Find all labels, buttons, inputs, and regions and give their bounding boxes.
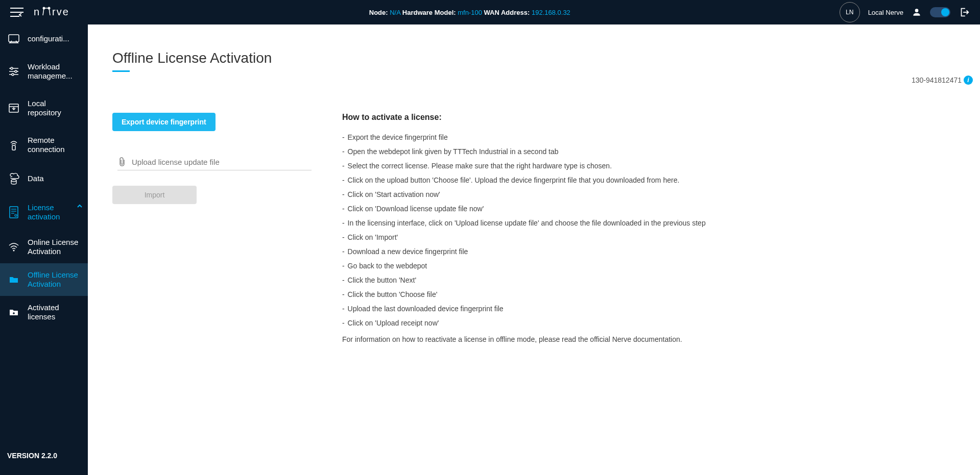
sidebar-item-label: License activation (28, 203, 81, 221)
instruction-step: Open the webdepot link given by TTTech I… (342, 144, 960, 159)
remote-icon (7, 139, 20, 151)
svg-point-16 (15, 70, 17, 72)
header-node-info: Node: N/A Hardware Model: mfn-100 WAN Ad… (100, 9, 840, 16)
user-icon[interactable] (912, 7, 922, 17)
sidebar-item-configuration[interactable]: configurati... (0, 24, 88, 53)
menu-icon[interactable] (10, 7, 23, 17)
sidebar-item-label: Activated licenses (28, 303, 81, 321)
sidebar-item-remote-connection[interactable]: Remote connection (0, 127, 88, 163)
repository-icon (7, 103, 20, 113)
svg-line-7 (43, 8, 44, 15)
svg-point-23 (11, 180, 16, 182)
export-fingerprint-button[interactable]: Export device fingerprint (112, 113, 216, 131)
sidebar-item-offline-license-activation[interactable]: Offline License Activation (0, 263, 88, 296)
instruction-step: Export the device fingerprint file (342, 130, 960, 144)
wifi-icon (7, 242, 20, 252)
sidebar-item-label: Data (28, 174, 81, 183)
folder-icon (7, 276, 20, 284)
svg-point-14 (11, 67, 13, 69)
instructions-title: How to activate a license: (342, 113, 960, 122)
upload-license-input[interactable] (132, 158, 312, 166)
title-underline (112, 70, 130, 72)
instruction-step: Click on 'Upload receipt now' (342, 316, 960, 330)
sidebar-item-label: configurati... (28, 34, 81, 43)
instructions-list: Export the device fingerprint file Open … (342, 130, 960, 330)
instruction-step: Click on 'Download license update file n… (342, 202, 960, 216)
sliders-icon (7, 66, 20, 77)
serial-number: 130-941812471 i (912, 76, 973, 85)
page-title: Offline License Activation (112, 50, 980, 66)
instruction-step: Go back to the webdepot (342, 259, 960, 273)
instruction-step: Click the button 'Choose file' (342, 287, 960, 302)
instruction-step: Upload the last downloaded device finger… (342, 302, 960, 316)
svg-text:rve: rve (52, 6, 69, 17)
instruction-step: In the licensing interface, click on 'Up… (342, 216, 960, 230)
config-icon (7, 34, 20, 44)
sidebar-item-online-license-activation[interactable]: Online License Activation (0, 231, 88, 263)
svg-point-29 (13, 250, 15, 252)
logout-icon[interactable] (959, 7, 970, 18)
sidebar-item-label: Online License Activation (28, 238, 81, 256)
import-button[interactable]: Import (112, 186, 197, 204)
theme-toggle[interactable] (930, 7, 950, 17)
sidebar: configurati... Workload manageme... Loca… (0, 24, 88, 475)
svg-rect-12 (9, 35, 19, 42)
chevron-up-icon (77, 204, 83, 208)
sidebar-item-activated-licenses[interactable]: Activated licenses (0, 296, 88, 329)
info-icon[interactable]: i (964, 76, 973, 85)
instruction-step: Click the button 'Next' (342, 273, 960, 287)
tenant-avatar[interactable]: LN (840, 2, 860, 22)
sidebar-item-data[interactable]: Data (0, 163, 88, 194)
instructions-footer: For information on how to reactivate a l… (342, 335, 960, 343)
svg-point-18 (12, 73, 14, 76)
tenant-name: Local Nerve (868, 9, 903, 16)
sidebar-item-label: Remote connection (28, 136, 81, 154)
sidebar-item-license-activation[interactable]: License activation (0, 194, 88, 231)
main-content: Offline License Activation 130-941812471… (92, 24, 980, 475)
sidebar-item-label: Workload manageme... (28, 62, 81, 81)
data-icon (7, 172, 20, 185)
app-header: n rve Node: N/A Hardware Model: mfn-100 … (0, 0, 980, 24)
sidebar-item-workload-management[interactable]: Workload manageme... (0, 53, 88, 90)
svg-line-8 (49, 8, 50, 15)
instruction-step: Select the correct license. Please make … (342, 159, 960, 173)
instruction-step: Download a new device fingerprint file (342, 244, 960, 259)
upload-field[interactable] (117, 157, 312, 170)
nerve-logo-icon: n rve (34, 6, 80, 18)
version-label: VERSION 2.2.0 (0, 441, 64, 470)
instruction-step: Click on 'Import' (342, 230, 960, 244)
logo: n rve (34, 6, 80, 18)
svg-rect-22 (12, 145, 15, 150)
instructions-panel: How to activate a license: Export the de… (342, 113, 980, 343)
sidebar-item-label: Offline License Activation (28, 270, 81, 289)
instruction-step: Click on the upload button 'Choose file'… (342, 173, 960, 187)
sidebar-item-label: Local repository (28, 99, 81, 117)
sidebar-item-local-repository[interactable]: Local repository (0, 90, 88, 127)
svg-point-28 (15, 214, 17, 216)
license-icon (7, 206, 20, 219)
instruction-step: Click on 'Start activation now' (342, 187, 960, 202)
attachment-icon (117, 157, 127, 167)
svg-text:n: n (34, 6, 40, 17)
svg-point-10 (915, 9, 919, 12)
folder-plus-icon (7, 308, 20, 316)
